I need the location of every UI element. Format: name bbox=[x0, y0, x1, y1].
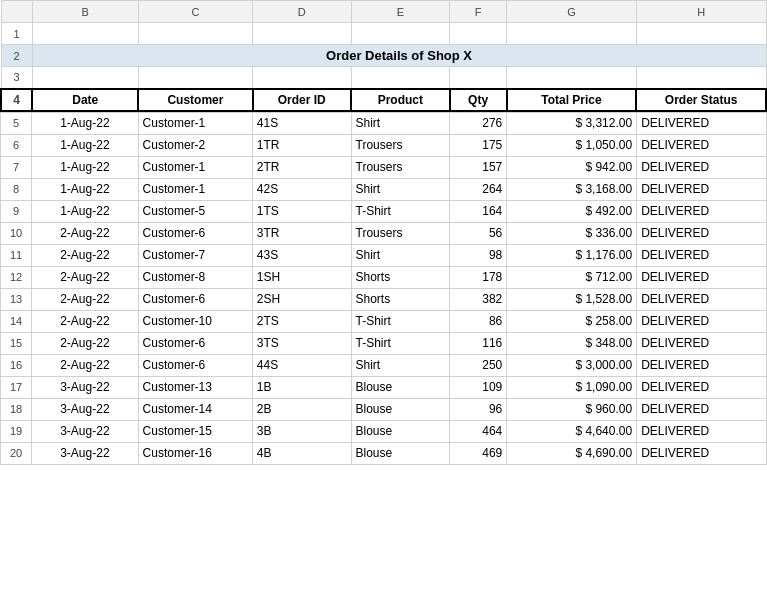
cell-product-14[interactable]: Blouse bbox=[351, 420, 450, 442]
cell-orderid-1[interactable]: 1TR bbox=[252, 134, 351, 156]
cell-date-11[interactable]: 2-Aug-22 bbox=[32, 354, 138, 376]
cell-product-0[interactable]: Shirt bbox=[351, 112, 450, 134]
cell-status-6[interactable]: DELIVERED bbox=[637, 244, 767, 266]
cell-customer-4[interactable]: Customer-5 bbox=[138, 200, 252, 222]
cell-product-11[interactable]: Shirt bbox=[351, 354, 450, 376]
cell-date-8[interactable]: 2-Aug-22 bbox=[32, 288, 138, 310]
cell-orderid-7[interactable]: 1SH bbox=[252, 266, 351, 288]
cell-date-14[interactable]: 3-Aug-22 bbox=[32, 420, 138, 442]
cell-qty-15[interactable]: 469 bbox=[450, 442, 507, 464]
cell-orderid-15[interactable]: 4B bbox=[252, 442, 351, 464]
cell-orderid-6[interactable]: 43S bbox=[252, 244, 351, 266]
cell-date-10[interactable]: 2-Aug-22 bbox=[32, 332, 138, 354]
cell-price-6[interactable]: $ 1,176.00 bbox=[507, 244, 637, 266]
cell-product-8[interactable]: Shorts bbox=[351, 288, 450, 310]
cell-orderid-3[interactable]: 42S bbox=[252, 178, 351, 200]
cell-qty-5[interactable]: 56 bbox=[450, 222, 507, 244]
cell-date-9[interactable]: 2-Aug-22 bbox=[32, 310, 138, 332]
cell-orderid-4[interactable]: 1TS bbox=[252, 200, 351, 222]
cell-orderid-9[interactable]: 2TS bbox=[252, 310, 351, 332]
cell-status-7[interactable]: DELIVERED bbox=[637, 266, 767, 288]
cell-status-8[interactable]: DELIVERED bbox=[637, 288, 767, 310]
cell-orderid-13[interactable]: 2B bbox=[252, 398, 351, 420]
cell-product-5[interactable]: Trousers bbox=[351, 222, 450, 244]
cell-product-13[interactable]: Blouse bbox=[351, 398, 450, 420]
cell-product-6[interactable]: Shirt bbox=[351, 244, 450, 266]
cell-customer-7[interactable]: Customer-8 bbox=[138, 266, 252, 288]
cell-orderid-0[interactable]: 41S bbox=[252, 112, 351, 134]
cell-date-15[interactable]: 3-Aug-22 bbox=[32, 442, 138, 464]
cell-date-12[interactable]: 3-Aug-22 bbox=[32, 376, 138, 398]
cell-date-4[interactable]: 1-Aug-22 bbox=[32, 200, 138, 222]
cell-qty-8[interactable]: 382 bbox=[450, 288, 507, 310]
cell-price-1[interactable]: $ 1,050.00 bbox=[507, 134, 637, 156]
cell-customer-15[interactable]: Customer-16 bbox=[138, 442, 252, 464]
cell-product-3[interactable]: Shirt bbox=[351, 178, 450, 200]
cell-qty-3[interactable]: 264 bbox=[450, 178, 507, 200]
cell-qty-4[interactable]: 164 bbox=[450, 200, 507, 222]
cell-price-9[interactable]: $ 258.00 bbox=[507, 310, 637, 332]
cell-price-13[interactable]: $ 960.00 bbox=[507, 398, 637, 420]
cell-price-8[interactable]: $ 1,528.00 bbox=[507, 288, 637, 310]
cell-price-2[interactable]: $ 942.00 bbox=[507, 156, 637, 178]
cell-product-4[interactable]: T-Shirt bbox=[351, 200, 450, 222]
cell-orderid-10[interactable]: 3TS bbox=[252, 332, 351, 354]
cell-date-5[interactable]: 2-Aug-22 bbox=[32, 222, 138, 244]
cell-product-15[interactable]: Blouse bbox=[351, 442, 450, 464]
cell-price-15[interactable]: $ 4,690.00 bbox=[507, 442, 637, 464]
cell-customer-6[interactable]: Customer-7 bbox=[138, 244, 252, 266]
cell-price-5[interactable]: $ 336.00 bbox=[507, 222, 637, 244]
cell-status-15[interactable]: DELIVERED bbox=[637, 442, 767, 464]
cell-customer-8[interactable]: Customer-6 bbox=[138, 288, 252, 310]
cell-product-1[interactable]: Trousers bbox=[351, 134, 450, 156]
cell-qty-10[interactable]: 116 bbox=[450, 332, 507, 354]
cell-qty-14[interactable]: 464 bbox=[450, 420, 507, 442]
cell-price-7[interactable]: $ 712.00 bbox=[507, 266, 637, 288]
cell-qty-1[interactable]: 175 bbox=[450, 134, 507, 156]
cell-qty-0[interactable]: 276 bbox=[450, 112, 507, 134]
cell-status-2[interactable]: DELIVERED bbox=[637, 156, 767, 178]
cell-date-1[interactable]: 1-Aug-22 bbox=[32, 134, 138, 156]
cell-status-11[interactable]: DELIVERED bbox=[637, 354, 767, 376]
cell-customer-13[interactable]: Customer-14 bbox=[138, 398, 252, 420]
cell-orderid-14[interactable]: 3B bbox=[252, 420, 351, 442]
cell-orderid-8[interactable]: 2SH bbox=[252, 288, 351, 310]
cell-orderid-11[interactable]: 44S bbox=[252, 354, 351, 376]
cell-price-14[interactable]: $ 4,640.00 bbox=[507, 420, 637, 442]
cell-status-12[interactable]: DELIVERED bbox=[637, 376, 767, 398]
cell-status-13[interactable]: DELIVERED bbox=[637, 398, 767, 420]
cell-customer-2[interactable]: Customer-1 bbox=[138, 156, 252, 178]
cell-qty-9[interactable]: 86 bbox=[450, 310, 507, 332]
cell-date-13[interactable]: 3-Aug-22 bbox=[32, 398, 138, 420]
cell-price-4[interactable]: $ 492.00 bbox=[507, 200, 637, 222]
cell-qty-7[interactable]: 178 bbox=[450, 266, 507, 288]
cell-orderid-5[interactable]: 3TR bbox=[252, 222, 351, 244]
cell-customer-10[interactable]: Customer-6 bbox=[138, 332, 252, 354]
cell-status-10[interactable]: DELIVERED bbox=[637, 332, 767, 354]
cell-qty-11[interactable]: 250 bbox=[450, 354, 507, 376]
cell-product-7[interactable]: Shorts bbox=[351, 266, 450, 288]
cell-customer-11[interactable]: Customer-6 bbox=[138, 354, 252, 376]
cell-price-3[interactable]: $ 3,168.00 bbox=[507, 178, 637, 200]
cell-price-0[interactable]: $ 3,312.00 bbox=[507, 112, 637, 134]
cell-qty-12[interactable]: 109 bbox=[450, 376, 507, 398]
cell-customer-3[interactable]: Customer-1 bbox=[138, 178, 252, 200]
cell-orderid-12[interactable]: 1B bbox=[252, 376, 351, 398]
cell-status-0[interactable]: DELIVERED bbox=[637, 112, 767, 134]
cell-product-10[interactable]: T-Shirt bbox=[351, 332, 450, 354]
cell-price-11[interactable]: $ 3,000.00 bbox=[507, 354, 637, 376]
cell-customer-1[interactable]: Customer-2 bbox=[138, 134, 252, 156]
cell-qty-13[interactable]: 96 bbox=[450, 398, 507, 420]
cell-qty-2[interactable]: 157 bbox=[450, 156, 507, 178]
cell-status-5[interactable]: DELIVERED bbox=[637, 222, 767, 244]
cell-orderid-2[interactable]: 2TR bbox=[252, 156, 351, 178]
cell-price-10[interactable]: $ 348.00 bbox=[507, 332, 637, 354]
cell-status-14[interactable]: DELIVERED bbox=[637, 420, 767, 442]
cell-date-6[interactable]: 2-Aug-22 bbox=[32, 244, 138, 266]
cell-status-9[interactable]: DELIVERED bbox=[637, 310, 767, 332]
cell-price-12[interactable]: $ 1,090.00 bbox=[507, 376, 637, 398]
cell-customer-14[interactable]: Customer-15 bbox=[138, 420, 252, 442]
cell-product-12[interactable]: Blouse bbox=[351, 376, 450, 398]
cell-customer-12[interactable]: Customer-13 bbox=[138, 376, 252, 398]
cell-product-9[interactable]: T-Shirt bbox=[351, 310, 450, 332]
